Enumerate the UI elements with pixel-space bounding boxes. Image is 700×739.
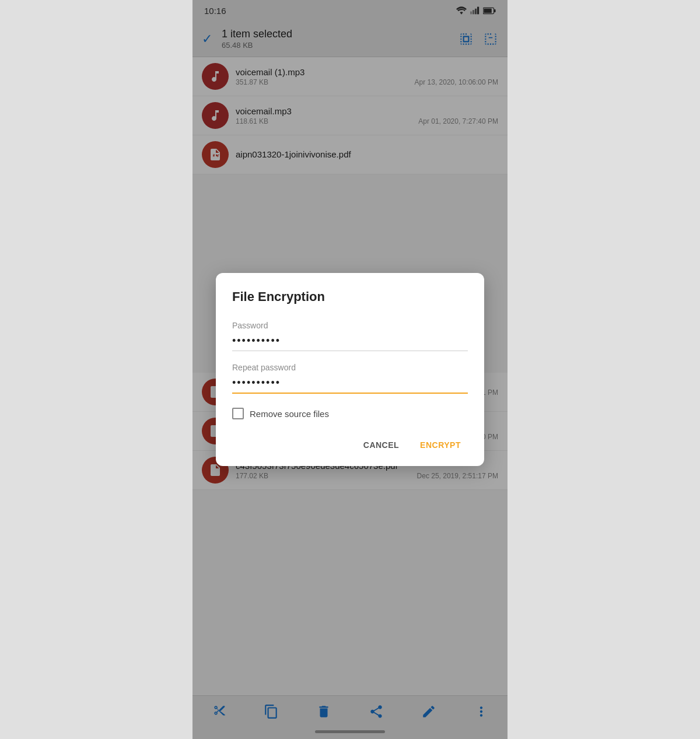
password-group: Password xyxy=(232,321,468,351)
remove-source-row: Remove source files xyxy=(232,408,468,419)
repeat-password-group: Repeat password xyxy=(232,363,468,394)
cancel-button[interactable]: CANCEL xyxy=(356,436,406,454)
remove-source-checkbox[interactable] xyxy=(232,408,244,419)
repeat-password-input[interactable] xyxy=(232,374,468,394)
dialog-overlay: File Encryption Password Repeat password… xyxy=(192,0,508,739)
phone-frame: 10:16 ✓ 1 it xyxy=(192,0,508,739)
password-label: Password xyxy=(232,321,468,330)
password-input[interactable] xyxy=(232,332,468,351)
dialog-actions: CANCEL ENCRYPT xyxy=(232,436,468,454)
file-encryption-dialog: File Encryption Password Repeat password… xyxy=(216,273,484,466)
repeat-password-label: Repeat password xyxy=(232,363,468,372)
remove-source-label: Remove source files xyxy=(250,409,329,419)
encrypt-button[interactable]: ENCRYPT xyxy=(413,436,468,454)
dialog-title: File Encryption xyxy=(232,289,468,304)
